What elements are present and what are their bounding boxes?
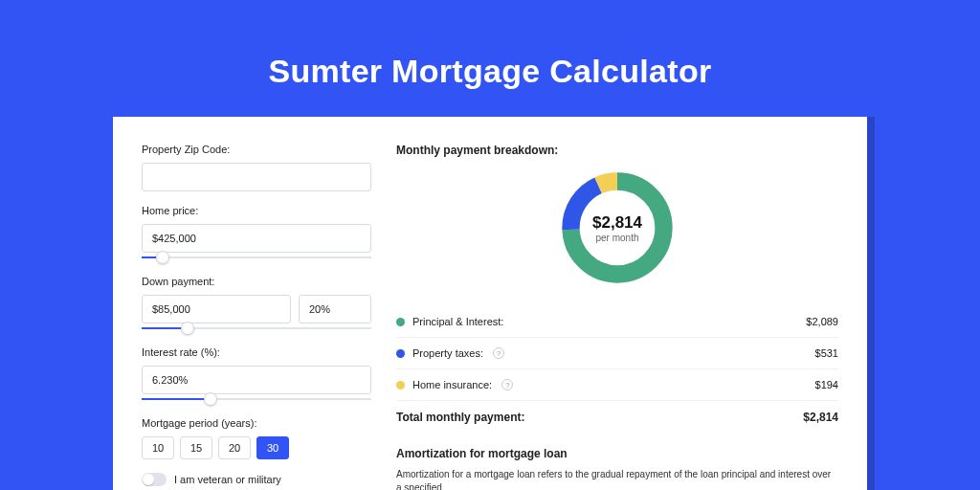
breakdown-panel: Monthly payment breakdown: $2,814 per mo… [396, 144, 838, 490]
period-option-10[interactable]: 10 [142, 436, 174, 459]
breakdown-title: Monthly payment breakdown: [396, 144, 838, 157]
home-price-slider[interactable] [142, 253, 371, 262]
donut-subtext: per month [595, 233, 638, 243]
donut-amount: $2,814 [592, 213, 642, 233]
total-value: $2,814 [803, 411, 838, 424]
home-price-block: Home price: [142, 205, 371, 262]
zip-label: Property Zip Code: [142, 144, 371, 155]
legend-value-ins: $194 [815, 379, 838, 390]
legend-row-pi: Principal & Interest: $2,089 [396, 306, 838, 338]
amortization-text: Amortization for a mortgage loan refers … [396, 468, 838, 490]
total-row: Total monthly payment: $2,814 [396, 401, 838, 437]
veteran-row: I am veteran or military [142, 473, 371, 486]
dot-ins-icon [396, 381, 405, 390]
down-payment-pct-input[interactable] [299, 295, 371, 323]
dot-tax-icon [396, 349, 405, 358]
zip-input[interactable] [142, 163, 371, 191]
period-block: Mortgage period (years): 10 15 20 30 [142, 417, 371, 459]
legend-label-ins: Home insurance: [412, 379, 492, 390]
total-label: Total monthly payment: [396, 411, 524, 424]
down-payment-slider[interactable] [142, 323, 371, 333]
form-panel: Property Zip Code: Home price: Down paym… [142, 144, 371, 490]
legend-label-pi: Principal & Interest: [412, 316, 503, 327]
page-title: Sumter Mortgage Calculator [268, 53, 711, 90]
help-icon[interactable]: ? [501, 379, 513, 390]
down-payment-input[interactable] [142, 295, 291, 323]
zip-block: Property Zip Code: [142, 144, 371, 191]
dot-pi-icon [396, 318, 405, 326]
legend-label-tax: Property taxes: [412, 347, 483, 359]
veteran-label: I am veteran or military [174, 474, 281, 485]
home-price-label: Home price: [142, 205, 371, 216]
down-payment-label: Down payment: [142, 276, 371, 287]
payment-donut-chart: $2,814 per month [556, 167, 679, 289]
amortization-title: Amortization for mortgage loan [396, 447, 838, 460]
period-option-20[interactable]: 20 [218, 436, 251, 459]
period-option-30[interactable]: 30 [256, 436, 289, 459]
period-option-15[interactable]: 15 [180, 436, 212, 459]
calculator-card: Property Zip Code: Home price: Down paym… [113, 117, 867, 490]
down-payment-block: Down payment: [142, 276, 371, 333]
legend-value-pi: $2,089 [806, 316, 838, 327]
legend-row-ins: Home insurance: ? $194 [396, 369, 838, 401]
interest-rate-label: Interest rate (%): [142, 346, 371, 358]
home-price-input[interactable] [142, 224, 371, 253]
period-label: Mortgage period (years): [142, 417, 371, 429]
veteran-toggle[interactable] [142, 473, 167, 486]
period-options: 10 15 20 30 [142, 436, 371, 459]
interest-rate-slider[interactable] [142, 394, 371, 404]
legend-row-tax: Property taxes: ? $531 [396, 338, 838, 369]
help-icon[interactable]: ? [493, 347, 504, 359]
interest-rate-input[interactable] [142, 366, 371, 394]
interest-rate-block: Interest rate (%): [142, 346, 371, 404]
legend-value-tax: $531 [815, 347, 838, 359]
